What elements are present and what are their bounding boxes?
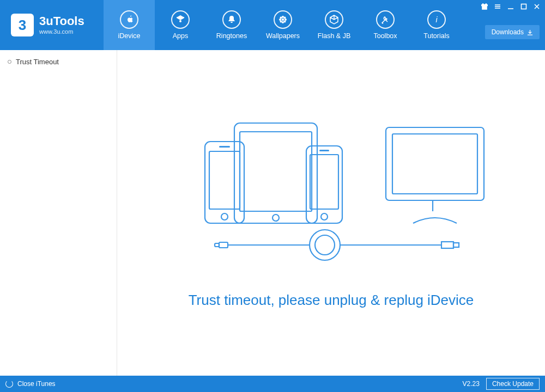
nav-toolbox[interactable]: Toolbox [360, 0, 411, 50]
svg-point-1 [282, 19, 284, 21]
close-itunes-button[interactable]: Close iTunes [5, 380, 56, 388]
download-icon [527, 29, 533, 35]
svg-point-25 [310, 230, 340, 260]
nav-idevice[interactable]: iDevice [104, 0, 155, 50]
close-button[interactable] [532, 2, 542, 11]
nav-label: Toolbox [373, 32, 397, 40]
nav-wallpapers[interactable]: Wallpapers [257, 0, 308, 50]
svg-rect-11 [522, 4, 526, 9]
header-bar: 3 3uTools www.3u.com iDeviceAppsRingtone… [0, 0, 545, 50]
minimize-button[interactable] [506, 2, 516, 11]
connection-illustration [168, 118, 495, 272]
nav-label: iDevice [118, 32, 141, 40]
sidebar-item-label: Trust Timeout [16, 58, 59, 66]
app-title: 3uTools [39, 15, 84, 27]
apps-icon [171, 10, 190, 29]
app-logo: 3 3uTools www.3u.com [0, 0, 104, 50]
nav-flash-jb[interactable]: Flash & JB [308, 0, 360, 50]
bell-icon [222, 10, 241, 29]
svg-point-26 [315, 235, 335, 255]
svg-rect-29 [441, 242, 453, 248]
svg-rect-30 [453, 243, 459, 247]
close-itunes-label: Close iTunes [17, 380, 56, 388]
nav-apps[interactable]: Apps [155, 0, 206, 50]
nav-tutorials[interactable]: iTutorials [411, 0, 462, 50]
svg-rect-16 [209, 151, 240, 209]
svg-rect-23 [386, 127, 484, 200]
maximize-button[interactable] [519, 2, 529, 11]
apple-icon [120, 10, 138, 29]
box-icon [325, 10, 343, 29]
svg-point-17 [221, 213, 228, 220]
flower-icon [274, 10, 292, 29]
svg-rect-28 [215, 243, 219, 247]
version-label: V2.23 [463, 380, 480, 388]
info-icon: i [427, 10, 446, 29]
window-controls [480, 2, 542, 11]
svg-point-6 [280, 17, 282, 19]
status-message: Trust timeout, please unplug & replug iD… [189, 292, 474, 309]
svg-point-9 [284, 21, 286, 23]
nav-ringtones[interactable]: Ringtones [206, 0, 257, 50]
sidebar: Trust Timeout [0, 50, 117, 376]
svg-rect-18 [219, 146, 230, 148]
shirt-icon[interactable] [480, 2, 489, 11]
nav-label: Flash & JB [318, 32, 350, 40]
footer-bar: Close iTunes V2.23 Check Update [0, 376, 545, 392]
svg-point-7 [284, 17, 286, 19]
svg-point-14 [272, 215, 279, 221]
svg-rect-24 [392, 134, 477, 194]
svg-rect-15 [205, 142, 244, 223]
svg-point-5 [284, 19, 287, 21]
svg-point-3 [282, 21, 284, 23]
menu-icon[interactable] [493, 2, 502, 11]
check-update-button[interactable]: Check Update [486, 378, 540, 390]
main-content: Trust timeout, please unplug & replug iD… [117, 50, 545, 376]
svg-text:i: i [435, 15, 438, 24]
svg-rect-20 [310, 155, 338, 209]
svg-point-8 [280, 21, 282, 23]
svg-rect-12 [234, 123, 317, 223]
downloads-label: Downloads [492, 28, 524, 36]
nav-label: Ringtones [216, 32, 247, 40]
app-subtitle: www.3u.com [39, 28, 84, 35]
sidebar-item-trust-timeout[interactable]: Trust Timeout [0, 54, 117, 69]
nav-label: Wallpapers [266, 32, 300, 40]
downloads-button[interactable]: Downloads [485, 25, 540, 39]
tools-icon [376, 10, 395, 29]
nav-label: Apps [173, 32, 189, 40]
svg-rect-22 [319, 150, 329, 151]
nav-label: Tutorials [423, 32, 449, 40]
svg-point-4 [279, 19, 281, 21]
svg-rect-13 [240, 132, 312, 211]
check-update-label: Check Update [492, 380, 534, 388]
main-nav: iDeviceAppsRingtonesWallpapersFlash & JB… [104, 0, 462, 50]
logo-badge-icon: 3 [11, 14, 34, 36]
spinner-icon [5, 380, 13, 388]
svg-rect-27 [219, 242, 228, 248]
svg-point-2 [282, 16, 284, 18]
sidebar-item-dot-icon [8, 60, 11, 64]
svg-point-21 [321, 213, 328, 220]
svg-point-0 [179, 20, 181, 22]
